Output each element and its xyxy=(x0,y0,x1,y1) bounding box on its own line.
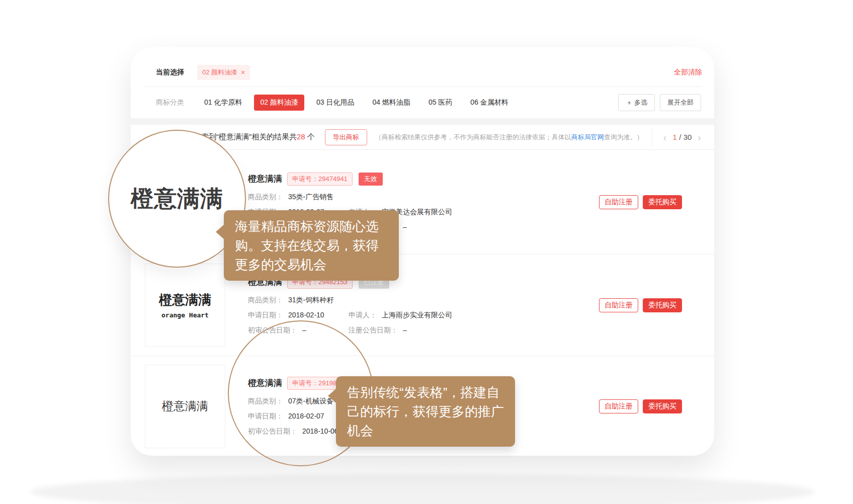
section-gap xyxy=(131,118,714,125)
chevron-left-icon[interactable]: ‹ xyxy=(663,132,667,142)
registration-publication-value: – xyxy=(403,223,407,232)
clear-all-link[interactable]: 全部清除 xyxy=(674,68,702,77)
expand-all-button[interactable]: 展开全部 xyxy=(660,94,701,111)
self-register-button[interactable]: 自助注册 xyxy=(599,298,638,312)
entrust-purchase-button[interactable]: 委托购买 xyxy=(643,298,682,312)
category-tabs: 01 化学原料 02 颜料油漆 03 日化用品 04 燃料油脂 05 医药 06… xyxy=(198,95,515,111)
category-tab-06[interactable]: 06 金属材料 xyxy=(464,95,514,111)
tooltip-promotion: 告别传统“发表格”，搭建自己的标行，获得更多的推广机会 xyxy=(336,376,515,447)
self-register-button[interactable]: 自助注册 xyxy=(599,399,638,413)
page: 当前选择 02 颜料油漆 × 全部清除 商标分类 01 化学原料 02 颜料油漆… xyxy=(0,0,853,504)
tooltip-marketplace-text: 海量精品商标资源随心选购。支持在线交易，获得更多的交易机会 xyxy=(235,219,379,272)
trademark-office-link[interactable]: 商标局官网 xyxy=(571,133,604,141)
trademark-image-subtext: orange Heart xyxy=(161,311,209,319)
category-field-value: 31类-饲料种籽 xyxy=(288,296,333,305)
current-page: 1 xyxy=(673,133,677,141)
category-tab-04[interactable]: 04 燃料油脂 xyxy=(366,95,416,111)
registration-publication-label: 注册公告日期： xyxy=(349,326,398,335)
chevron-right-icon[interactable]: › xyxy=(698,132,701,142)
results-summary-suffix: 个 xyxy=(305,132,315,141)
pagination: ‹ 1 / 30 › xyxy=(652,128,701,146)
category-bar-label: 商标分类 xyxy=(156,98,184,107)
category-tab-05[interactable]: 05 医药 xyxy=(422,95,458,111)
application-number-label: 申请号： xyxy=(292,175,318,183)
status-badge: 无效 xyxy=(359,173,383,186)
page-indicator: 1 / 30 xyxy=(673,133,692,142)
trademark-image-text: 橙意满满 xyxy=(162,398,208,414)
application-number-tag: 申请号：29474941 xyxy=(287,173,353,186)
multi-select-button[interactable]: ＋ 多选 xyxy=(618,94,655,111)
tooltip-arrow-icon xyxy=(328,388,336,403)
entrust-purchase-button[interactable]: 委托购买 xyxy=(643,195,682,209)
disclaimer-suffix: 查询为准。） xyxy=(604,133,643,141)
table-row: 橙意满满 orange Heart 橙意满满 申请号：29482153 已注册 … xyxy=(131,255,714,356)
disclaimer-prefix: （商标检索结果仅供参考，不作为商标能否注册的法律依据；具体以 xyxy=(375,133,571,141)
category-bar: 商标分类 01 化学原料 02 颜料油漆 03 日化用品 04 燃料油脂 05 … xyxy=(131,87,714,118)
total-pages: / 30 xyxy=(679,133,692,141)
category-tab-02-selected[interactable]: 02 颜料油漆 xyxy=(254,95,304,111)
category-field-label: 商品类别： xyxy=(248,296,283,305)
disclaimer-text: （商标检索结果仅供参考，不作为商标能否注册的法律依据；具体以商标局官网查询为准。… xyxy=(375,133,643,142)
category-field-value: 35类-广告销售 xyxy=(288,193,333,202)
apply-date-label: 申请日期： xyxy=(248,311,283,320)
self-register-button[interactable]: 自助注册 xyxy=(599,195,638,209)
selected-filter-chip-label: 02 颜料油漆 xyxy=(202,68,237,77)
category-field-label: 商品类别： xyxy=(248,193,283,202)
tooltip-marketplace: 海量精品商标资源随心选购。支持在线交易，获得更多的交易机会 xyxy=(224,210,399,281)
apply-date-value: 2018-02-10 xyxy=(288,311,324,320)
current-selection-bar: 当前选择 02 颜料油漆 × 全部清除 xyxy=(131,58,714,87)
tooltip-promotion-text: 告别传统“发表格”，搭建自己的标行，获得更多的推广机会 xyxy=(347,385,504,438)
current-selection-label: 当前选择 xyxy=(156,68,184,77)
category-tab-03[interactable]: 03 日化用品 xyxy=(310,95,360,111)
trademark-name: 橙意满满 xyxy=(248,173,282,185)
trademark-image-text: 橙意满满 xyxy=(159,291,211,309)
magnified-trademark-text: 橙意满满 xyxy=(131,184,223,214)
selected-filter-chip[interactable]: 02 颜料油漆 × xyxy=(197,65,250,80)
results-count: 28 xyxy=(297,132,305,141)
tooltip-arrow-icon xyxy=(216,224,224,239)
application-number-value: 29474941 xyxy=(318,175,348,183)
applicant-value: 上海雨步实业有限公司 xyxy=(382,311,452,320)
trademark-image: 橙意满满 orange Heart xyxy=(145,264,225,347)
applicant-label: 申请人： xyxy=(349,311,377,320)
entrust-purchase-button[interactable]: 委托购买 xyxy=(643,399,682,413)
base-shadow xyxy=(30,474,815,504)
trademark-image: 橙意满满 xyxy=(145,365,225,448)
remove-icon[interactable]: × xyxy=(241,69,245,76)
category-tab-01[interactable]: 01 化学原料 xyxy=(198,95,248,111)
export-trademarks-button[interactable]: 导出商标 xyxy=(325,129,367,145)
registration-publication-value: – xyxy=(403,326,407,335)
